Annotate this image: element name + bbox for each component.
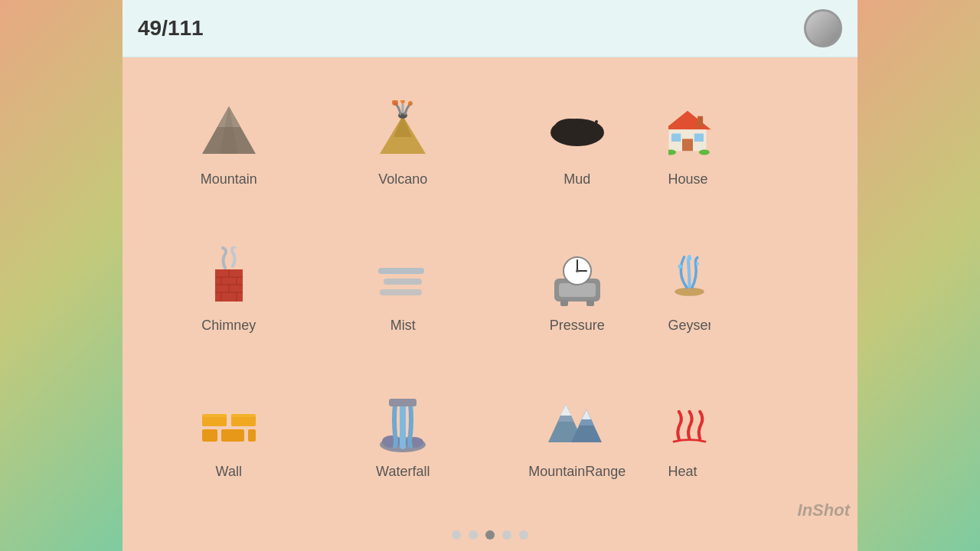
volcano-label: Volcano [378,171,427,187]
pressure-label: Pressure [550,318,605,334]
svg-point-11 [560,122,564,127]
mud-icon [543,96,612,165]
watermark: InShot [798,500,850,520]
svg-point-47 [687,256,691,261]
svg-rect-35 [380,289,422,295]
mountain-label: Mountain [201,171,257,187]
svg-marker-15 [668,111,711,130]
svg-rect-19 [694,134,703,142]
svg-point-13 [592,122,596,127]
dot-5[interactable] [519,530,528,540]
item-wall[interactable]: Wall [145,365,312,504]
svg-point-46 [695,262,698,266]
item-geyser[interactable]: Geyser [668,219,835,357]
item-heat[interactable]: Heat [668,365,835,504]
svg-rect-43 [586,300,594,306]
item-pressure[interactable]: Pressure [494,219,661,357]
svg-marker-64 [582,409,591,419]
item-mud[interactable]: Mud [494,73,661,211]
house-icon [668,96,714,165]
svg-rect-52 [248,429,256,442]
geyser-label: Geyser [668,318,710,334]
mountain-icon [194,96,263,165]
dot-1[interactable] [452,530,461,540]
dot-3[interactable] [485,530,495,540]
chimney-icon [194,243,263,311]
svg-rect-53 [202,414,227,417]
svg-point-44 [675,288,704,296]
mud-label: Mud [564,171,590,187]
svg-point-10 [554,119,585,137]
wall-icon [194,389,263,458]
header: 49/111 [122,0,858,57]
item-mountainrange[interactable]: MountainRange [494,365,661,504]
svg-rect-42 [560,300,568,306]
house-label: House [668,171,714,187]
svg-marker-63 [560,404,571,416]
right-panel [858,0,980,551]
item-volcano[interactable]: Volcano [320,73,487,211]
waterfall-label: Waterfall [376,464,430,480]
svg-point-22 [698,150,709,155]
svg-rect-54 [231,414,256,417]
svg-rect-58 [389,399,416,406]
svg-rect-34 [384,279,422,285]
heat-label: Heat [668,464,710,480]
svg-rect-18 [671,134,681,142]
center-panel: 49/111 Mountain [122,0,858,551]
geyser-icon [668,243,710,311]
svg-marker-4 [394,116,412,137]
mist-label: Mist [390,318,416,334]
item-house[interactable]: House [668,73,835,211]
dot-4[interactable] [502,530,511,540]
chimney-label: Chimney [201,318,256,334]
svg-rect-20 [697,116,703,127]
pressure-icon [543,243,612,311]
coin-icon [804,9,842,47]
svg-point-8 [408,101,413,106]
svg-rect-51 [221,429,244,442]
item-waterfall[interactable]: Waterfall [320,365,487,504]
waterfall-icon [368,389,437,458]
svg-point-45 [678,265,682,269]
item-mountain[interactable]: Mountain [145,73,312,211]
dot-2[interactable] [469,530,478,540]
heat-icon [668,389,710,458]
svg-rect-33 [378,268,424,274]
svg-rect-17 [682,139,693,152]
mountainrange-label: MountainRange [528,464,626,480]
volcano-icon [368,96,437,165]
mountainrange-icon [543,389,612,458]
left-panel [0,0,122,551]
item-grid: Mountain Volcano [122,57,858,519]
svg-rect-50 [202,429,217,442]
wall-label: Wall [216,464,242,480]
item-chimney[interactable]: Chimney [145,219,312,357]
svg-point-7 [400,100,405,103]
svg-point-14 [595,120,598,123]
mist-icon [368,243,437,311]
item-mist[interactable]: Mist [320,219,487,357]
svg-point-41 [576,269,579,272]
counter: 49/111 [138,16,204,41]
pagination-dots [122,519,858,551]
svg-point-12 [586,126,592,132]
